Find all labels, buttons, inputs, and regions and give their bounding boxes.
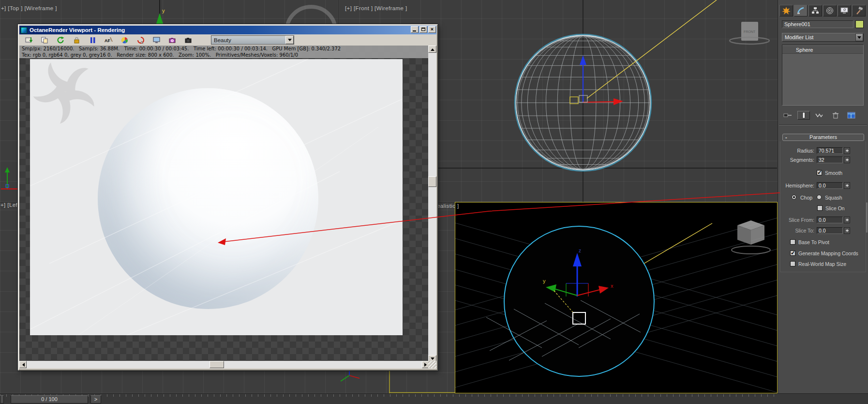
viewport-sync-icon[interactable] [150,36,163,45]
tab-display[interactable] [838,5,851,16]
viewport-top-label[interactable]: +] [Top ] [Wireframe ] [1,5,57,11]
maximize-button[interactable] [419,26,427,33]
lens-streaks [30,59,403,335]
slice-from-spinner[interactable] [844,217,850,223]
next-frame-button[interactable]: > [90,395,101,404]
real-world-label: Real-World Map Size [798,261,846,267]
squash-label: Squash [825,195,842,201]
octane-render-window[interactable]: OctaneRender Viewport - Rendering × AF B… [18,24,438,371]
modifier-dropdown-arrow-icon[interactable] [855,33,863,41]
segments-label: Segments: [778,157,814,163]
timeline-bar: 0 / 100 > [0,393,868,404]
hemisphere-spinner[interactable] [844,182,850,189]
utilities-icon [854,6,863,15]
horizontal-scroll-thumb[interactable] [210,361,224,368]
smooth-checkbox[interactable] [817,170,822,175]
pin-stack-icon[interactable] [781,111,794,120]
slice-on-checkbox[interactable] [817,205,823,211]
object-name-field[interactable]: Sphere001 [782,20,853,28]
radius-spinner[interactable] [844,147,850,154]
horizontal-scrollbar[interactable] [19,361,429,368]
segments-spinner[interactable] [844,156,850,163]
render-pass-dropdown[interactable]: Beauty [211,35,294,45]
lock-resolution-icon[interactable] [71,36,83,45]
camera-snapshot-icon[interactable] [166,36,179,45]
stack-item-sphere[interactable]: Sphere [782,46,863,54]
save-image-icon[interactable] [23,36,35,45]
resize-grip[interactable] [428,361,436,368]
vertical-scrollbar[interactable] [428,46,436,362]
minimize-button[interactable] [411,26,419,33]
configure-modifier-sets-icon[interactable] [845,111,858,120]
chop-radio[interactable] [792,195,796,200]
octane-app-icon [21,27,27,33]
status-line-1: Smp/px: 2160/16000. Samp/s: 36.88M. Time… [19,46,429,52]
render-pass-value: Beauty [211,37,285,43]
make-unique-icon[interactable] [813,111,826,120]
slice-from-field[interactable]: 0.0 [817,217,843,223]
render-canvas: Smp/px: 2160/16000. Samp/s: 36.88M. Time… [19,46,429,362]
tab-hierarchy[interactable] [808,5,822,16]
viewport-front-label[interactable]: [+] [Front ] [Wireframe ] [345,5,407,11]
hierarchy-icon [811,6,820,15]
render-region-icon[interactable] [135,36,147,45]
show-end-result-icon[interactable] [797,111,810,120]
slice-to-field[interactable]: 0.0 [817,227,843,234]
generate-mapping-checkbox[interactable] [790,250,795,256]
pause-render-icon[interactable] [87,36,99,45]
segments-field[interactable]: 32 [817,156,843,163]
modifier-stack[interactable]: Sphere [782,45,864,106]
real-world-checkbox[interactable] [790,261,795,266]
restart-render-icon[interactable] [55,36,67,45]
squash-radio[interactable] [817,195,822,200]
track-bar-ticks[interactable] [0,394,778,397]
radius-label: Radius: [778,148,814,154]
time-slider[interactable]: 0 / 100 [11,395,88,404]
tab-create[interactable] [779,5,793,16]
remove-modifier-icon[interactable] [829,111,842,120]
collapse-icon: - [785,134,787,140]
smooth-label: Smooth [825,170,842,176]
tab-motion[interactable] [823,5,837,16]
radius-field[interactable]: 70.571 [817,147,843,154]
command-panel: Sphere001 Modifier List Sphere - Paramet… [778,0,868,393]
dropdown-arrow-icon[interactable] [285,36,294,44]
modify-icon [796,6,805,15]
material-picker-icon[interactable] [119,36,131,45]
create-icon [782,6,791,15]
rollout-title: Parameters [809,134,837,140]
viewport-perspective[interactable] [455,202,778,393]
window-titlebar[interactable]: OctaneRender Viewport - Rendering [19,26,436,34]
minimize-icon [413,31,416,31]
tab-utilities[interactable] [852,5,866,16]
3dsmax-application: +] [Top ] [Wireframe ] [+] [Front ] [Wir… [0,0,868,404]
panel-scrollbar[interactable] [866,202,868,233]
vertical-scroll-thumb[interactable] [428,176,436,187]
hemisphere-field[interactable]: 0.0 [817,182,843,189]
object-color-swatch[interactable] [855,20,864,28]
slice-to-label: Slice To: [778,228,814,233]
display-icon [840,6,849,15]
generate-mapping-label: Generate Mapping Coords [798,250,858,256]
tab-modify[interactable] [794,5,808,16]
close-button[interactable]: × [428,26,436,33]
base-to-pivot-label: Base To Pivot [798,239,829,245]
slice-on-label: Slice On [825,205,845,211]
scroll-up-button[interactable] [428,46,436,53]
viewport-left-label[interactable]: +] [Lef [0,202,17,208]
parameters-rollout-header[interactable]: - Parameters [782,134,864,141]
viewport-perspective-label[interactable]: ealistic ] [437,203,459,209]
modifier-list-dropdown[interactable]: Modifier List [782,33,864,42]
scroll-left-button[interactable] [19,361,27,368]
timeline-edge-button[interactable] [0,395,4,404]
copy-to-clipboard-icon[interactable] [39,36,51,45]
camera-disabled-icon[interactable] [182,36,195,45]
motion-icon [825,6,834,15]
slice-to-spinner[interactable] [844,227,850,234]
rendered-image [30,59,403,335]
autofocus-picker-icon[interactable]: AF [103,36,115,45]
maximize-icon [421,28,425,31]
status-line-2: Tex: rgb 0, rgb64 0, grey 0, grey16 0. R… [19,52,429,58]
base-to-pivot-checkbox[interactable] [790,239,795,245]
render-toolbar: AF Beauty [19,34,436,46]
